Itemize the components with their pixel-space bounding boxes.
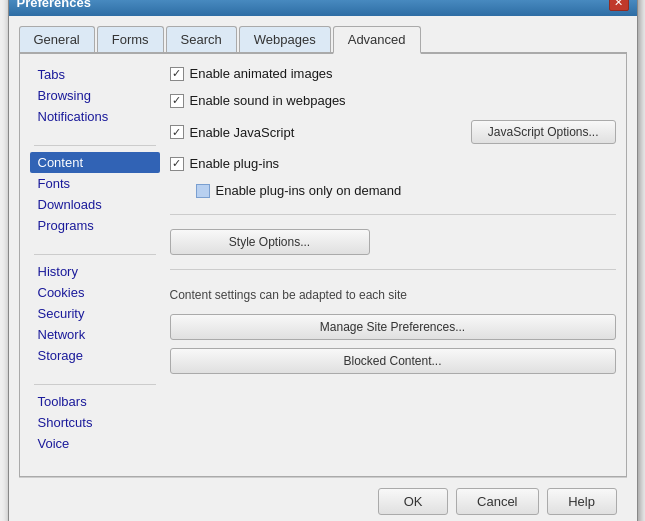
sidebar-divider-3 xyxy=(34,384,156,385)
sound-row: Enable sound in webpages xyxy=(170,91,616,110)
plugins-row: Enable plug-ins xyxy=(170,154,616,173)
style-options-container: Style Options... xyxy=(170,229,616,255)
tab-forms[interactable]: Forms xyxy=(97,26,164,52)
sound-label: Enable sound in webpages xyxy=(190,93,346,108)
blocked-content-button[interactable]: Blocked Content... xyxy=(170,348,616,374)
sidebar-group-nav: Tabs Browsing Notifications xyxy=(30,64,160,127)
window-title: Preferences xyxy=(17,0,91,10)
window-body: General Forms Search Webpages Advanced T… xyxy=(9,16,637,521)
close-button[interactable]: ✕ xyxy=(609,0,629,11)
sidebar: Tabs Browsing Notifications Content Font… xyxy=(30,64,160,466)
sidebar-item-cookies[interactable]: Cookies xyxy=(30,282,160,303)
separator-2 xyxy=(170,269,616,270)
animated-images-row: Enable animated images xyxy=(170,64,616,83)
sidebar-item-toolbars[interactable]: Toolbars xyxy=(30,391,160,412)
sidebar-item-content[interactable]: Content xyxy=(30,152,160,173)
sidebar-item-fonts[interactable]: Fonts xyxy=(30,173,160,194)
sidebar-item-voice[interactable]: Voice xyxy=(30,433,160,454)
sidebar-group-ui: Toolbars Shortcuts Voice xyxy=(30,391,160,454)
title-bar: Preferences ✕ xyxy=(9,0,637,16)
sidebar-item-storage[interactable]: Storage xyxy=(30,345,160,366)
animated-images-checkbox[interactable] xyxy=(170,67,184,81)
plugins-checkbox[interactable] xyxy=(170,157,184,171)
sidebar-item-programs[interactable]: Programs xyxy=(30,215,160,236)
sidebar-group-content: Content Fonts Downloads Programs xyxy=(30,152,160,236)
content-area: Tabs Browsing Notifications Content Font… xyxy=(19,54,627,477)
tab-search[interactable]: Search xyxy=(166,26,237,52)
help-button[interactable]: Help xyxy=(547,488,617,515)
sidebar-group-privacy: History Cookies Security Network Storage xyxy=(30,261,160,366)
sidebar-item-shortcuts[interactable]: Shortcuts xyxy=(30,412,160,433)
separator-1 xyxy=(170,214,616,215)
sidebar-item-downloads[interactable]: Downloads xyxy=(30,194,160,215)
tab-advanced[interactable]: Advanced xyxy=(333,26,421,54)
manage-site-prefs-button[interactable]: Manage Site Preferences... xyxy=(170,314,616,340)
js-checkbox[interactable] xyxy=(170,125,184,139)
sidebar-item-network[interactable]: Network xyxy=(30,324,160,345)
tab-bar: General Forms Search Webpages Advanced xyxy=(19,26,627,54)
title-controls: ✕ xyxy=(609,0,629,11)
sound-checkbox[interactable] xyxy=(170,94,184,108)
js-options-button[interactable]: JavaScript Options... xyxy=(471,120,616,144)
sidebar-item-tabs[interactable]: Tabs xyxy=(30,64,160,85)
bottom-bar: OK Cancel Help xyxy=(19,477,627,521)
sidebar-item-browsing[interactable]: Browsing xyxy=(30,85,160,106)
info-text: Content settings can be adapted to each … xyxy=(170,288,616,302)
ok-button[interactable]: OK xyxy=(378,488,448,515)
js-label: Enable JavaScript xyxy=(190,125,295,140)
plugins-demand-checkbox[interactable] xyxy=(196,184,210,198)
animated-images-label: Enable animated images xyxy=(190,66,333,81)
cancel-button[interactable]: Cancel xyxy=(456,488,538,515)
main-panel: Enable animated images Enable sound in w… xyxy=(170,64,616,466)
js-row: Enable JavaScript JavaScript Options... xyxy=(170,118,616,146)
plugins-demand-row: Enable plug-ins only on demand xyxy=(170,181,616,200)
sidebar-divider-2 xyxy=(34,254,156,255)
plugins-demand-label: Enable plug-ins only on demand xyxy=(216,183,402,198)
sidebar-divider-1 xyxy=(34,145,156,146)
tab-webpages[interactable]: Webpages xyxy=(239,26,331,52)
sidebar-item-security[interactable]: Security xyxy=(30,303,160,324)
preferences-window: Preferences ✕ General Forms Search Webpa… xyxy=(8,0,638,521)
sidebar-item-notifications[interactable]: Notifications xyxy=(30,106,160,127)
style-options-button[interactable]: Style Options... xyxy=(170,229,370,255)
tab-general[interactable]: General xyxy=(19,26,95,52)
plugins-label: Enable plug-ins xyxy=(190,156,280,171)
sidebar-item-history[interactable]: History xyxy=(30,261,160,282)
